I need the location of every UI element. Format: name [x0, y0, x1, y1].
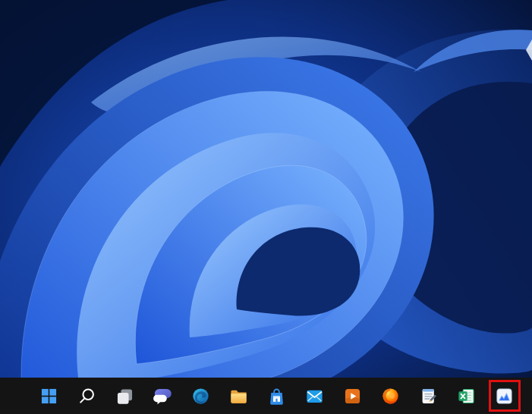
edge-button[interactable]	[187, 381, 216, 410]
task-view-button[interactable]	[111, 381, 140, 410]
notepad-button[interactable]	[414, 381, 443, 410]
notepad-icon	[418, 386, 439, 406]
bloom-wallpaper	[0, 0, 532, 414]
microsoft-store-button[interactable]	[263, 381, 291, 410]
search-button[interactable]	[73, 381, 102, 410]
spreadsheet-icon	[456, 386, 477, 406]
media-player-button[interactable]	[338, 381, 367, 410]
desktop	[0, 0, 532, 414]
play-media-icon	[342, 386, 363, 406]
task-view-icon	[115, 386, 135, 406]
excel-button[interactable]	[452, 381, 481, 410]
folder-icon	[228, 386, 249, 406]
firefox-button[interactable]	[376, 381, 405, 410]
task-manager-icon	[494, 386, 515, 406]
taskbar	[0, 378, 532, 414]
edge-browser-icon	[190, 386, 211, 406]
search-icon	[77, 386, 97, 406]
windows-logo-icon	[39, 386, 59, 406]
store-bag-icon	[266, 386, 287, 406]
chat-bubble-icon	[153, 386, 173, 406]
mail-button[interactable]	[301, 381, 329, 410]
task-manager-button[interactable]	[490, 381, 519, 410]
mail-envelope-icon	[304, 386, 325, 406]
firefox-icon	[380, 386, 401, 406]
start-button[interactable]	[35, 381, 64, 410]
file-explorer-button[interactable]	[225, 381, 253, 410]
chat-button[interactable]	[149, 381, 178, 410]
taskbar-items	[35, 381, 519, 410]
